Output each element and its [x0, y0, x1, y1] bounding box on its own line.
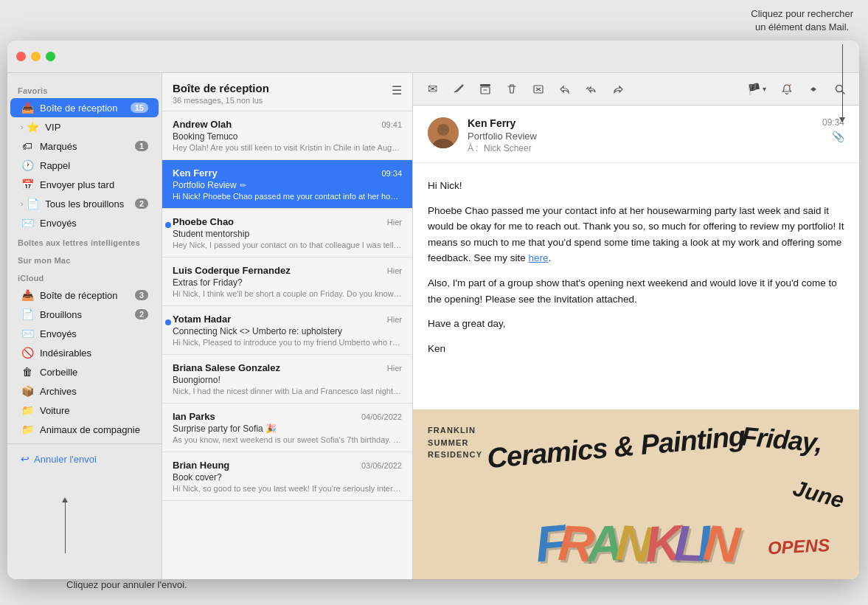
flag-icon: 🏷	[21, 139, 34, 153]
unread-indicator	[165, 222, 171, 228]
sidebar-item-label: Tous les brouillons	[45, 198, 135, 210]
message-preview: As you know, next weekend is our sweet S…	[173, 435, 402, 444]
mailbox-title: Boîte de réception	[173, 82, 269, 94]
sidebar-item-indesirables[interactable]: 🚫 Indésirables	[10, 343, 159, 362]
sidebar-item-label: Archives	[40, 386, 148, 397]
attachment-icon: 📎	[832, 131, 844, 142]
sidebar-item-label: Animaux de compagnie	[40, 424, 148, 435]
sidebar-item-rappel[interactable]: 🕐 Rappel	[10, 156, 159, 175]
sidebar-item-animaux[interactable]: 📁 Animaux de compagnie	[10, 420, 159, 439]
body-paragraph: Have a great day,	[428, 316, 844, 332]
sidebar-item-label: VIP	[45, 122, 148, 133]
sidebar-item-corbeille[interactable]: 🗑 Corbeille	[10, 362, 159, 381]
folder-icon: 📁	[21, 404, 34, 417]
message-subject: Book cover?	[173, 472, 402, 483]
sidebar-item-envoyes-icloud[interactable]: ✉️ Envoyés	[10, 324, 159, 343]
sidebar-item-brouillons-icloud[interactable]: 📄 Brouillons 2	[10, 305, 159, 324]
message-item[interactable]: Luis Coderque Fernandez Hier Extras for …	[162, 257, 412, 306]
message-items: Andrew Olah 09:41 Booking Temuco Hey Ola…	[162, 111, 412, 579]
email-detail: ✉	[413, 73, 859, 579]
message-item[interactable]: Ken Ferry 09:34 Portfolio Review ✏ Hi Ni…	[162, 160, 412, 209]
body-paragraph: Hi Nick!	[428, 178, 844, 194]
close-button[interactable]	[16, 52, 26, 61]
body-paragraph: Ken	[428, 341, 844, 357]
inbox-icloud-icon: 📥	[21, 288, 34, 302]
clay-container: F R A N K L I N	[472, 454, 800, 572]
search-button[interactable]	[830, 79, 850, 100]
more-button[interactable]	[803, 79, 824, 100]
message-list-header: Boîte de réception 36 messages, 15 non l…	[162, 73, 412, 111]
message-item[interactable]: Yotam Hadar Hier Connecting Nick <> Umbe…	[162, 306, 412, 355]
new-message-button[interactable]: ✉	[422, 79, 442, 100]
sent-icloud-icon: ✉️	[21, 327, 34, 340]
sidebar-item-label: Marqués	[40, 141, 135, 152]
folder-icon: 📁	[21, 423, 34, 436]
draft-icon: 📄	[26, 197, 39, 210]
reply-all-button[interactable]	[581, 79, 602, 100]
message-item[interactable]: Phoebe Chao Hier Student mentorship Hey …	[162, 209, 412, 257]
message-item[interactable]: Brian Heung 03/06/2022 Book cover? Hi Ni…	[162, 452, 412, 501]
message-preview: Hi Nick, I think we'll be short a couple…	[173, 289, 402, 298]
message-preview: Hi Nick, so good to see you last week! I…	[173, 484, 402, 493]
message-item[interactable]: Andrew Olah 09:41 Booking Temuco Hey Ola…	[162, 111, 412, 160]
message-item[interactable]: Ian Parks 04/06/2022 Surprise party for …	[162, 404, 412, 452]
message-time: 04/06/2022	[361, 412, 402, 421]
message-list: Boîte de réception 36 messages, 15 non l…	[162, 73, 413, 579]
message-item[interactable]: Briana Salese Gonzalez Hier Buongiorno! …	[162, 355, 412, 404]
reply-button[interactable]	[555, 79, 575, 100]
junk-icon: 🚫	[21, 346, 34, 359]
sidebar-divider	[7, 443, 162, 444]
sidebar-item-reception-favoris[interactable]: 📥 Boîte de réception 15	[10, 98, 159, 117]
sidebar-item-vip[interactable]: › ⭐ VIP	[10, 117, 159, 136]
sidebar-item-envoyes[interactable]: ✉️ Envoyés	[10, 213, 159, 232]
email-header-info: Ken Ferry Portfolio Review À : Nick Sche…	[468, 117, 813, 153]
message-time: Hier	[387, 364, 402, 373]
compose-button[interactable]	[448, 79, 469, 100]
icloud-section-label: iCloud	[7, 268, 162, 286]
sidebar-item-voiture[interactable]: 📁 Voiture	[10, 401, 159, 420]
traffic-lights	[16, 52, 55, 61]
email-body: Hi Nick! Phoebe Chao passed me your cont…	[413, 163, 859, 409]
expand-icon: ›	[21, 200, 23, 208]
archive-icon: 📦	[21, 384, 34, 398]
forward-button[interactable]	[608, 79, 628, 100]
sidebar-item-envoyer-tard[interactable]: 📅 Envoyer plus tard	[10, 175, 159, 194]
maximize-button[interactable]	[46, 52, 55, 61]
message-sender: Brian Heung	[173, 460, 229, 471]
minimize-button[interactable]	[31, 52, 41, 61]
body-paragraph: Also, I'm part of a group show that's op…	[428, 275, 844, 307]
flag-button[interactable]: 🏴 ▾	[743, 81, 771, 97]
sidebar-item-label: Envoyés	[40, 218, 148, 229]
arrow-cancel-send	[65, 502, 66, 553]
flag-icon: 🏴	[747, 83, 761, 96]
archive-button[interactable]	[475, 79, 496, 100]
sidebar-item-label: Voiture	[40, 405, 148, 416]
toolbar: ✉	[413, 73, 859, 106]
junk-button[interactable]	[528, 79, 549, 100]
cancel-send-label: Annuler l'envoi	[34, 454, 97, 465]
sidebar-item-tous-brouillons[interactable]: › 📄 Tous les brouillons 2	[10, 194, 159, 213]
sender-avatar	[428, 117, 459, 148]
flag-chevron-icon: ▾	[763, 85, 766, 93]
unread-badge: 2	[135, 309, 148, 319]
message-subject: Extras for Friday?	[173, 277, 402, 288]
email-subject-line: Portfolio Review	[468, 131, 813, 142]
trash-icon: 🗑	[21, 365, 34, 378]
body-link[interactable]: here	[529, 252, 549, 263]
cancel-send-button[interactable]: ↩ Annuler l'envoi	[10, 449, 159, 469]
unread-badge: 2	[135, 198, 148, 209]
friday-text: Friday,	[740, 421, 824, 458]
delete-button[interactable]	[501, 79, 522, 100]
tooltip-search: Cliquez pour rechercherun élément dans M…	[751, 7, 853, 34]
body-paragraph: Phoebe Chao passed me your contact info …	[428, 203, 844, 266]
sort-button[interactable]: ☰	[392, 83, 402, 97]
sidebar-item-label: Envoyer plus tard	[40, 179, 148, 190]
message-preview: Hi Nick, Pleased to introduce you to my …	[173, 338, 402, 347]
message-sender: Yotam Hadar	[173, 314, 231, 325]
message-time: Hier	[387, 266, 402, 275]
sidebar-item-marques[interactable]: 🏷 Marqués 1	[10, 136, 159, 156]
notification-button[interactable]	[777, 79, 797, 100]
message-subject: Booking Temuco	[173, 131, 402, 142]
sidebar-item-reception-icloud[interactable]: 📥 Boîte de réception 3	[10, 286, 159, 305]
sidebar-item-archives[interactable]: 📦 Archives	[10, 381, 159, 401]
